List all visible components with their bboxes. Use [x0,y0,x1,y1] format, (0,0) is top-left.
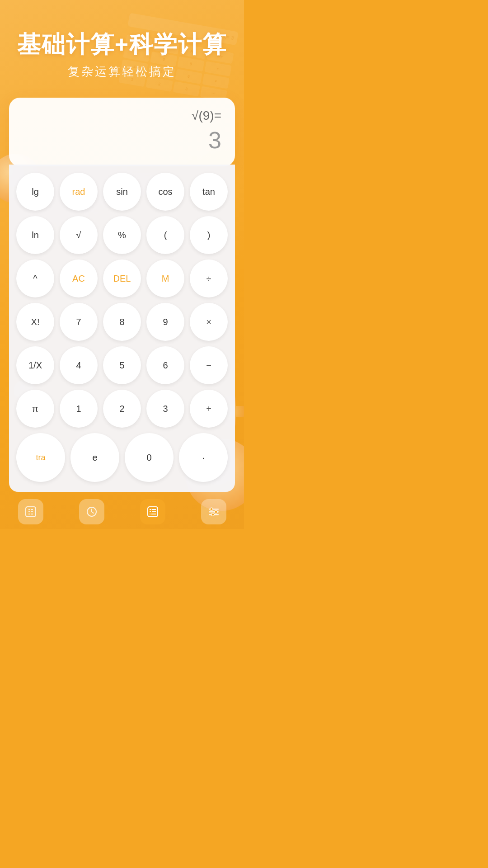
svg-point-19 [215,510,217,513]
nav-scientific-calc[interactable] [140,499,165,524]
sub-title: 复杂运算轻松搞定 [14,64,230,80]
btn-row-3: ^ AC DEL M ÷ [16,259,228,297]
nav-settings[interactable] [201,499,226,524]
btn-row-6: π 1 2 3 + [16,390,228,428]
btn-factorial[interactable]: X! [16,303,54,341]
btn-0[interactable]: 0 [125,433,174,482]
btn-row-7: tra e 0 · [16,433,228,482]
btn-tan[interactable]: tan [190,173,228,211]
bottom-nav [0,492,244,529]
svg-rect-0 [26,507,36,517]
btn-dot[interactable]: · [179,433,228,482]
btn-row-2: ln √ % ( ) [16,216,228,254]
header: 基础计算+科学计算 复杂运算轻松搞定 [0,0,244,89]
calc-display: √(9)= 3 [9,98,235,166]
btn-row-5: 1/X 4 5 6 − [16,346,228,384]
btn-rad[interactable]: rad [60,173,98,211]
display-expression: √(9)= [23,108,221,123]
btn-6[interactable]: 6 [146,346,184,384]
btn-1[interactable]: 1 [60,390,98,428]
nav-history[interactable] [79,499,104,524]
btn-del[interactable]: DEL [103,259,141,297]
settings-icon [207,505,221,519]
svg-point-20 [211,513,214,516]
btn-power[interactable]: ^ [16,259,54,297]
btn-9[interactable]: 9 [146,303,184,341]
btn-cos[interactable]: cos [146,173,184,211]
svg-point-18 [210,508,213,510]
basic-calc-icon [24,505,38,519]
calc-buttons: lg rad sin cos tan ln √ % ( ) ^ AC DEL M… [9,165,235,492]
btn-plus[interactable]: + [190,390,228,428]
btn-multiply[interactable]: × [190,303,228,341]
btn-row-1: lg rad sin cos tan [16,173,228,211]
btn-4[interactable]: 4 [60,346,98,384]
display-result: 3 [23,127,221,154]
btn-7[interactable]: 7 [60,303,98,341]
btn-lg[interactable]: lg [16,173,54,211]
basic-calc-icon-bg [18,499,43,524]
btn-reciprocal[interactable]: 1/X [16,346,54,384]
btn-8[interactable]: 8 [103,303,141,341]
btn-memory[interactable]: M [146,259,184,297]
btn-5[interactable]: 5 [103,346,141,384]
btn-3[interactable]: 3 [146,390,184,428]
history-icon [85,505,99,519]
btn-open-paren[interactable]: ( [146,216,184,254]
btn-ac[interactable]: AC [60,259,98,297]
btn-tra[interactable]: tra [16,433,65,482]
calculator-card: √(9)= 3 lg rad sin cos tan ln √ % ( ) [9,98,235,492]
btn-minus[interactable]: − [190,346,228,384]
btn-row-4: X! 7 8 9 × [16,303,228,341]
scientific-calc-icon [146,505,160,519]
btn-sqrt[interactable]: √ [60,216,98,254]
btn-ln[interactable]: ln [16,216,54,254]
btn-sin[interactable]: sin [103,173,141,211]
btn-divide[interactable]: ÷ [190,259,228,297]
settings-icon-bg [201,499,226,524]
btn-percent[interactable]: % [103,216,141,254]
btn-e[interactable]: e [70,433,119,482]
btn-close-paren[interactable]: ) [190,216,228,254]
scientific-calc-icon-bg [140,499,165,524]
btn-2[interactable]: 2 [103,390,141,428]
btn-pi[interactable]: π [16,390,54,428]
main-title: 基础计算+科学计算 [14,32,230,57]
history-icon-bg [79,499,104,524]
nav-basic-calc[interactable] [18,499,43,524]
